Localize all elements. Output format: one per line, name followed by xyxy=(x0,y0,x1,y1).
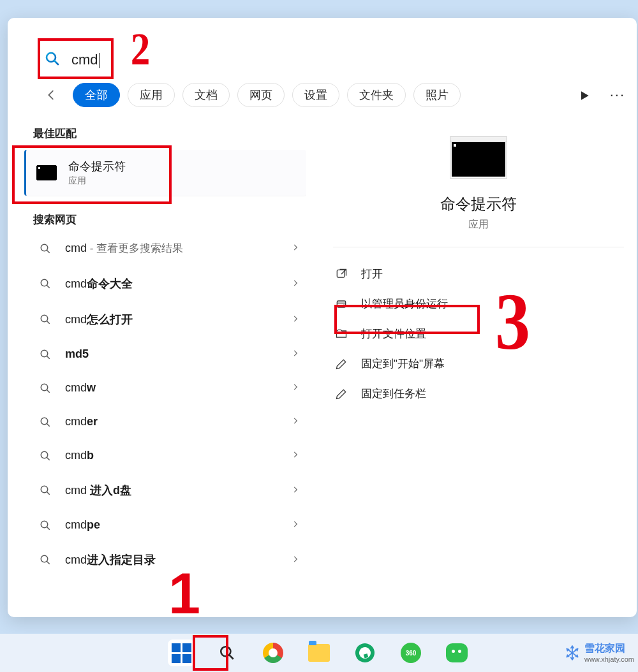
web-results-list: cmd - 查看更多搜索结果 cmd命令大全 cmd怎么打开 md5 cmdw … xyxy=(8,231,316,578)
divider xyxy=(333,247,624,247)
tab-folders[interactable]: 文件夹 xyxy=(347,83,406,107)
preview-title: 命令提示符 xyxy=(440,194,517,214)
svg-point-20 xyxy=(41,555,48,562)
svg-line-13 xyxy=(47,423,50,427)
web-result-text: cmd怎么打开 xyxy=(65,312,133,327)
web-result-item[interactable]: cmd命令大全 xyxy=(8,266,316,302)
play-icon[interactable] xyxy=(578,89,591,105)
web-result-text: cmdb xyxy=(65,449,94,462)
web-result-item[interactable]: cmd 进入d盘 xyxy=(8,472,316,508)
360-icon: 360 xyxy=(401,643,421,663)
tab-all[interactable]: 全部 xyxy=(73,83,120,107)
more-button[interactable]: ··· xyxy=(610,87,625,103)
svg-line-26 xyxy=(229,655,234,659)
search-icon xyxy=(40,416,51,428)
taskbar-wechat[interactable] xyxy=(443,639,470,666)
web-result-item[interactable]: cmder xyxy=(8,405,316,439)
web-result-item[interactable]: cmd - 查看更多搜索结果 xyxy=(8,231,316,266)
action-item[interactable]: 固定到任务栏 xyxy=(333,379,624,409)
action-item[interactable]: 打开文件位置 xyxy=(333,319,624,349)
windows-logo-icon xyxy=(172,643,191,663)
action-item[interactable]: 固定到"开始"屏幕 xyxy=(333,349,624,379)
action-label: 打开文件位置 xyxy=(361,326,426,341)
tab-settings[interactable]: 设置 xyxy=(292,83,339,107)
best-match-item[interactable]: 命令提示符 应用 xyxy=(24,150,306,196)
web-result-text: cmd 进入d盘 xyxy=(65,483,131,498)
taskbar: 360 xyxy=(0,634,638,672)
search-icon xyxy=(40,278,51,289)
svg-line-15 xyxy=(47,457,50,460)
search-icon xyxy=(40,383,51,394)
svg-point-12 xyxy=(41,418,48,425)
taskbar-search[interactable] xyxy=(214,639,241,666)
action-label: 打开 xyxy=(361,267,383,281)
svg-point-14 xyxy=(41,451,48,458)
chevron-right-icon xyxy=(291,347,300,361)
web-result-item[interactable]: md5 xyxy=(8,337,316,371)
action-list: 打开以管理员身份运行打开文件位置固定到"开始"屏幕固定到任务栏 xyxy=(333,259,624,409)
web-result-text: cmder xyxy=(65,415,98,428)
web-result-text: md5 xyxy=(65,347,89,361)
taskbar-360[interactable]: 360 xyxy=(397,639,424,666)
chevron-right-icon xyxy=(291,381,300,395)
chevron-right-icon xyxy=(291,415,300,428)
svg-line-11 xyxy=(47,390,50,393)
search-icon xyxy=(45,51,60,69)
svg-line-19 xyxy=(47,527,50,530)
action-icon xyxy=(334,267,348,281)
web-result-item[interactable]: cmdpe xyxy=(8,508,316,542)
tab-web[interactable]: 网页 xyxy=(237,83,285,107)
action-item[interactable]: 以管理员身份运行 xyxy=(333,289,624,319)
svg-line-17 xyxy=(47,492,50,495)
web-result-text: cmdw xyxy=(65,381,96,395)
taskbar-start[interactable] xyxy=(168,639,195,666)
action-item[interactable]: 打开 xyxy=(333,259,624,289)
preview-column: 命令提示符 应用 打开以管理员身份运行打开文件位置固定到"开始"屏幕固定到任务栏 xyxy=(320,120,637,617)
web-result-text: cmdpe xyxy=(65,518,100,532)
search-input[interactable]: cmd xyxy=(71,52,518,68)
wechat-icon xyxy=(446,643,468,662)
results-column: 最佳匹配 命令提示符 应用 搜索网页 cmd - 查看更多搜索结果 cmd命令大… xyxy=(8,120,320,617)
best-match-title: 命令提示符 xyxy=(68,159,126,174)
svg-line-21 xyxy=(47,561,50,564)
action-icon xyxy=(334,327,348,341)
taskbar-ie[interactable] xyxy=(352,639,378,666)
best-match-header: 最佳匹配 xyxy=(8,120,316,146)
chevron-right-icon xyxy=(291,553,300,567)
svg-point-6 xyxy=(41,315,48,322)
svg-line-1 xyxy=(54,61,58,64)
svg-point-25 xyxy=(221,646,230,656)
web-result-item[interactable]: cmd怎么打开 xyxy=(8,302,316,337)
svg-point-8 xyxy=(41,350,48,357)
chevron-right-icon xyxy=(291,449,300,462)
best-match-subtitle: 应用 xyxy=(68,175,126,187)
preview-thumbnail xyxy=(450,136,507,179)
web-result-text: cmd进入指定目录 xyxy=(65,552,156,567)
web-result-item[interactable]: cmd进入指定目录 xyxy=(8,542,316,578)
search-icon xyxy=(40,554,51,566)
svg-point-10 xyxy=(41,384,48,391)
search-icon xyxy=(40,314,51,325)
search-icon xyxy=(40,450,51,462)
svg-line-3 xyxy=(47,250,50,253)
chevron-right-icon xyxy=(291,277,300,291)
tab-photos[interactable]: 照片 xyxy=(413,83,461,107)
action-label: 固定到任务栏 xyxy=(361,386,426,401)
tab-docs[interactable]: 文档 xyxy=(182,83,230,107)
chevron-right-icon xyxy=(291,242,300,255)
filter-tabs: 全部 应用 文档 网页 设置 文件夹 照片 xyxy=(41,83,461,107)
back-button[interactable] xyxy=(41,84,63,106)
svg-rect-22 xyxy=(337,270,345,277)
web-result-text: cmd - 查看更多搜索结果 xyxy=(65,241,183,256)
web-results-header: 搜索网页 xyxy=(8,202,316,231)
preview-subtitle: 应用 xyxy=(468,218,489,231)
web-result-item[interactable]: cmdb xyxy=(8,439,316,472)
taskbar-explorer[interactable] xyxy=(306,639,332,666)
search-icon xyxy=(40,349,51,360)
search-icon xyxy=(40,520,51,531)
taskbar-chrome[interactable] xyxy=(260,639,286,666)
svg-line-5 xyxy=(47,285,50,288)
action-label: 固定到"开始"屏幕 xyxy=(361,356,445,371)
tab-apps[interactable]: 应用 xyxy=(128,83,175,107)
web-result-item[interactable]: cmdw xyxy=(8,371,316,405)
